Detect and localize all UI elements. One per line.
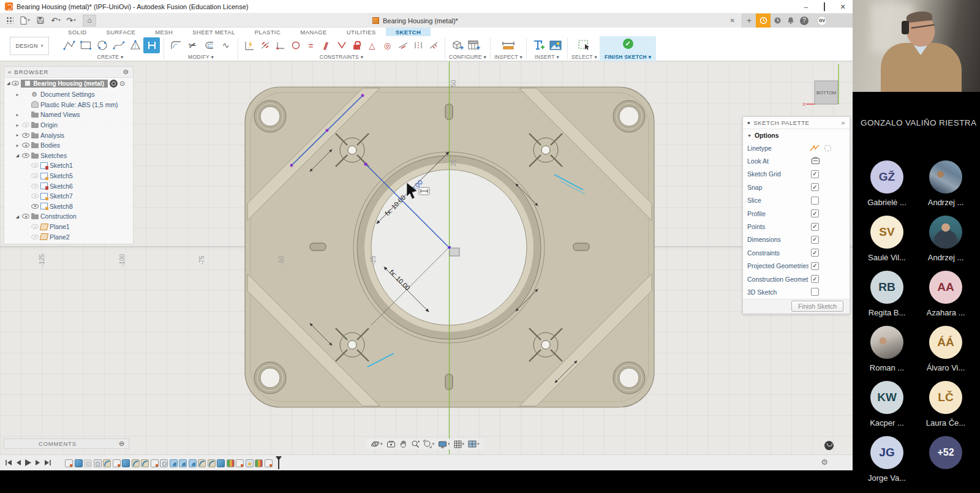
- viewcube[interactable]: X BOTTOM: [802, 64, 839, 107]
- canvas-workspace[interactable]: fx: 10.00 10.00 fx: 10.00: [0, 61, 853, 454]
- timeline-feature-icon[interactable]: [170, 459, 178, 467]
- go-to-end-button[interactable]: [44, 459, 51, 466]
- timeline-feature-icon[interactable]: [75, 459, 83, 467]
- timeline-feature-icon[interactable]: [265, 459, 273, 467]
- linetype-controls[interactable]: [810, 145, 832, 152]
- orbit-button[interactable]: ▾: [371, 440, 383, 448]
- edit-spline-tool[interactable]: ∿: [217, 37, 234, 53]
- new-tab-button[interactable]: +: [742, 13, 756, 28]
- insert-text-tool[interactable]: [530, 37, 547, 53]
- timeline-feature-icon[interactable]: [103, 459, 111, 467]
- timeline-feature-icon[interactable]: [227, 459, 235, 467]
- perpendicular-constraint[interactable]: [334, 37, 349, 53]
- palette-expand-icon[interactable]: »: [842, 119, 845, 126]
- document-tab[interactable]: Bearing Housing (metal)* ✕: [368, 13, 742, 28]
- participant-tile[interactable]: AA Azahara ...: [919, 271, 973, 317]
- timeline-feature-icon[interactable]: [94, 459, 102, 467]
- polygon-tool[interactable]: [127, 37, 143, 53]
- visibility-eye-icon[interactable]: [22, 153, 29, 158]
- finish-sketch-button[interactable]: ✓ FINISH SKETCH ▾: [600, 36, 656, 61]
- timeline-feature-icon[interactable]: [84, 459, 92, 467]
- browser-tree-row[interactable]: ⚙ Document Settings: [4, 89, 133, 100]
- select-tool[interactable]: [576, 37, 592, 53]
- timeline-feature-icon[interactable]: [65, 459, 73, 467]
- checkbox[interactable]: ✓: [811, 236, 819, 244]
- timeline-gear-icon[interactable]: ⚙: [821, 457, 828, 467]
- browser-options-icon[interactable]: ⊖: [123, 68, 129, 76]
- equal-constraint[interactable]: =: [303, 37, 318, 53]
- app-grid-menu-button[interactable]: [4, 15, 15, 26]
- participant-tile[interactable]: JG Jorge Va...: [860, 436, 914, 483]
- save-button[interactable]: [35, 15, 46, 26]
- file-menu-button[interactable]: ▾: [20, 15, 31, 26]
- minimize-button[interactable]: –: [801, 3, 811, 10]
- checkbox[interactable]: ✓: [811, 249, 819, 257]
- sketch-dimension-tool[interactable]: [242, 37, 257, 53]
- timeline-feature-icon[interactable]: [236, 459, 244, 467]
- tab-close-button[interactable]: ✕: [728, 17, 737, 24]
- target-icon[interactable]: ⊙: [119, 80, 125, 88]
- insert-image-tool[interactable]: [547, 37, 564, 53]
- step-forward-button[interactable]: [35, 459, 41, 466]
- account-avatar[interactable]: GV: [817, 16, 827, 26]
- play-button[interactable]: [24, 459, 32, 467]
- symmetry-constraint[interactable]: [410, 37, 426, 53]
- timeline-feature-icon[interactable]: [160, 459, 168, 467]
- help-button[interactable]: ?: [797, 13, 811, 28]
- grid-settings-button[interactable]: ▾: [454, 440, 465, 448]
- job-status-button[interactable]: [756, 13, 771, 28]
- parallel-constraint[interactable]: ∥: [318, 37, 334, 53]
- measure-tool[interactable]: [500, 37, 516, 53]
- group-label-select[interactable]: SELECT ▾: [571, 54, 597, 61]
- comments-options-icon[interactable]: ⊖: [119, 440, 125, 448]
- visibility-eye-icon[interactable]: [31, 194, 39, 198]
- checkbox[interactable]: ✓: [811, 209, 819, 217]
- line-tool[interactable]: [61, 37, 77, 53]
- timeline-feature-icon[interactable]: [141, 459, 149, 467]
- close-button[interactable]: ✕: [838, 3, 848, 11]
- finish-sketch-palette-button[interactable]: Finish Sketch: [791, 301, 843, 312]
- ribbon-tab[interactable]: SKETCH: [386, 28, 431, 36]
- maximize-button[interactable]: [820, 3, 829, 10]
- offset-tool[interactable]: [201, 37, 217, 53]
- circle-tool[interactable]: [94, 37, 110, 53]
- timeline-feature-icon[interactable]: [189, 459, 197, 467]
- fix-constraint[interactable]: [349, 37, 364, 53]
- timeline-feature-icon[interactable]: [246, 459, 254, 467]
- timeline-feature-icon[interactable]: [179, 459, 187, 467]
- timeline-playhead[interactable]: [274, 456, 283, 470]
- checkbox[interactable]: ✓: [811, 275, 819, 283]
- ribbon-tab[interactable]: MESH: [145, 28, 183, 36]
- timeline-feature-icon[interactable]: [208, 459, 216, 467]
- timeline-feature-icon[interactable]: [132, 459, 140, 467]
- checkbox[interactable]: ✓: [811, 183, 819, 191]
- participant-tile[interactable]: GŽ Gabrielė ...: [860, 160, 914, 207]
- visibility-eye-icon[interactable]: [31, 173, 39, 178]
- participant-tile[interactable]: SV Saulė Vil...: [860, 216, 914, 262]
- browser-tree-row[interactable]: ⚙ Sketches: [4, 151, 133, 161]
- browser-tree-row[interactable]: ⚙ Construction: [4, 211, 133, 222]
- browser-tree-row[interactable]: ⚙ Named Views: [4, 110, 133, 120]
- participant-tile[interactable]: ÁÁ Álvaro Vi...: [919, 326, 973, 372]
- ribbon-tab[interactable]: MANAGE: [290, 28, 337, 36]
- collinear-constraint[interactable]: [395, 37, 410, 53]
- trim-tool[interactable]: ✂: [184, 37, 201, 53]
- visibility-eye-icon[interactable]: [31, 204, 39, 209]
- workspace-selector[interactable]: DESIGN ▾: [10, 37, 49, 55]
- search-icon[interactable]: [110, 80, 118, 88]
- two-point-rectangle-tool-active[interactable]: [143, 37, 160, 53]
- timeline-feature-icon[interactable]: [198, 459, 206, 467]
- timeline-feature-icon[interactable]: [113, 459, 121, 467]
- visibility-eye-icon[interactable]: [31, 163, 39, 168]
- timeline-feature-icon[interactable]: [151, 459, 159, 467]
- visibility-eye-icon[interactable]: [31, 235, 39, 239]
- speaker-video-tile[interactable]: [853, 0, 980, 92]
- browser-tree-row[interactable]: ⚙ Bodies: [4, 140, 133, 151]
- group-label-inspect[interactable]: INSPECT ▾: [494, 54, 522, 61]
- undo-button[interactable]: ↶▾: [50, 15, 61, 26]
- expand-arrow-icon[interactable]: [15, 132, 20, 138]
- group-label-configure[interactable]: CONFIGURE ▾: [449, 54, 486, 61]
- comments-bar[interactable]: COMMENTS ⊖: [4, 438, 129, 449]
- timeline-feature-icon[interactable]: [217, 459, 225, 467]
- fillet-tool[interactable]: [168, 37, 184, 53]
